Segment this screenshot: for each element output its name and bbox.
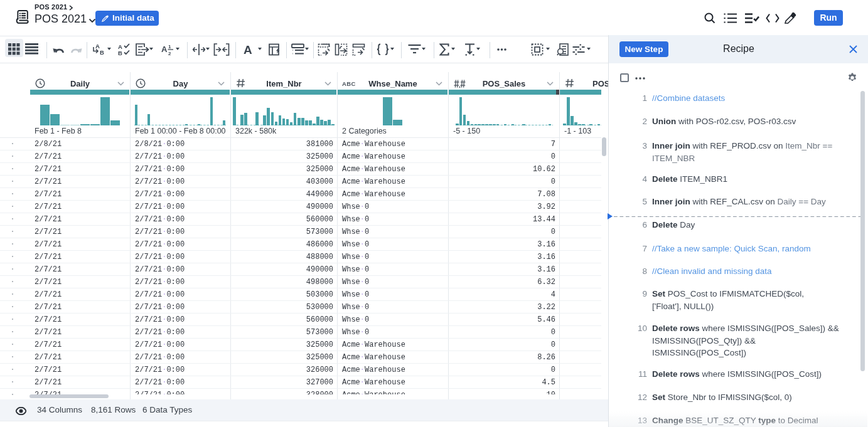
svg-text:A: A xyxy=(118,43,122,50)
svg-text:A: A xyxy=(95,43,100,50)
svg-text:2: 2 xyxy=(168,51,171,56)
svg-text:1: 1 xyxy=(168,44,171,50)
svg-text:B: B xyxy=(118,50,122,56)
svg-text:A: A xyxy=(161,45,168,54)
svg-text:A: A xyxy=(244,43,252,56)
svg-text:B: B xyxy=(100,49,104,56)
